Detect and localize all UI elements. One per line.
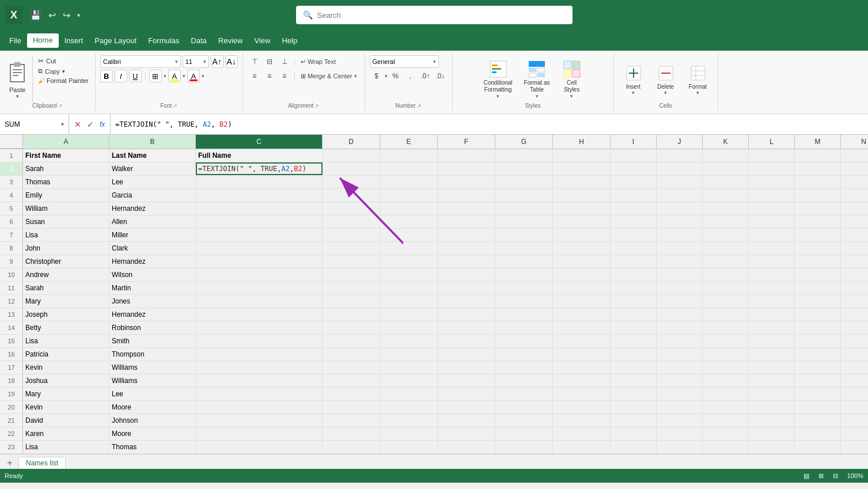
cell-I7[interactable] bbox=[611, 229, 657, 241]
number-expand[interactable]: ↗ bbox=[417, 103, 422, 109]
cell-M11[interactable] bbox=[795, 282, 841, 294]
cell-M4[interactable] bbox=[795, 189, 841, 202]
align-bottom-button[interactable]: ⊥ bbox=[278, 55, 291, 68]
cell-L15[interactable] bbox=[749, 335, 795, 347]
cell-N2[interactable] bbox=[841, 162, 868, 175]
cell-B4[interactable]: Garcia bbox=[109, 189, 196, 202]
cell-D17[interactable] bbox=[323, 361, 380, 374]
cell-C12[interactable] bbox=[196, 295, 323, 308]
cell-M7[interactable] bbox=[795, 229, 841, 241]
cell-E22[interactable] bbox=[380, 427, 438, 440]
cell-M23[interactable] bbox=[795, 441, 841, 453]
name-box-dropdown[interactable]: ▾ bbox=[61, 121, 64, 127]
cell-K10[interactable] bbox=[703, 268, 749, 281]
cell-M15[interactable] bbox=[795, 335, 841, 347]
cell-A22[interactable]: Karen bbox=[23, 427, 109, 440]
cell-K4[interactable] bbox=[703, 189, 749, 202]
cond-format-dropdown[interactable]: ▾ bbox=[496, 93, 499, 99]
col-header-B[interactable]: B bbox=[109, 135, 196, 149]
clipboard-expand[interactable]: ↗ bbox=[58, 103, 63, 109]
cell-E13[interactable] bbox=[380, 308, 438, 321]
cell-D6[interactable] bbox=[323, 215, 380, 228]
cell-M3[interactable] bbox=[795, 176, 841, 188]
add-sheet-button[interactable]: + bbox=[2, 457, 17, 469]
cell-L22[interactable] bbox=[749, 427, 795, 440]
cell-C5[interactable] bbox=[196, 202, 323, 215]
cell-L3[interactable] bbox=[749, 176, 795, 188]
cell-J5[interactable] bbox=[657, 202, 703, 215]
cell-F22[interactable] bbox=[438, 427, 495, 440]
cell-K14[interactable] bbox=[703, 321, 749, 334]
cell-C13[interactable] bbox=[196, 308, 323, 321]
col-header-E[interactable]: E bbox=[380, 135, 438, 149]
bold-button[interactable]: B bbox=[100, 70, 113, 82]
format-table-dropdown[interactable]: ▾ bbox=[536, 93, 539, 99]
cell-B15[interactable]: Smith bbox=[109, 335, 196, 347]
cell-A4[interactable]: Emily bbox=[23, 189, 109, 202]
cell-G20[interactable] bbox=[495, 401, 553, 414]
cell-H21[interactable] bbox=[553, 414, 611, 427]
cell-G22[interactable] bbox=[495, 427, 553, 440]
cell-B17[interactable]: Williams bbox=[109, 361, 196, 374]
cell-F2[interactable] bbox=[438, 162, 495, 175]
cell-F4[interactable] bbox=[438, 189, 495, 202]
cell-H6[interactable] bbox=[553, 215, 611, 228]
row-number[interactable]: 8 bbox=[0, 242, 23, 255]
cell-K11[interactable] bbox=[703, 282, 749, 294]
cell-F3[interactable] bbox=[438, 176, 495, 188]
menu-file[interactable]: File bbox=[3, 34, 27, 47]
cell-G9[interactable] bbox=[495, 255, 553, 268]
cell-D22[interactable] bbox=[323, 427, 380, 440]
col-header-I[interactable]: I bbox=[611, 135, 657, 149]
menu-page-layout[interactable]: Page Layout bbox=[89, 34, 142, 47]
cell-K16[interactable] bbox=[703, 348, 749, 361]
col-header-K[interactable]: K bbox=[703, 135, 749, 149]
cell-E15[interactable] bbox=[380, 335, 438, 347]
copy-dropdown-arrow[interactable]: ▾ bbox=[62, 69, 65, 74]
row-number[interactable]: 12 bbox=[0, 295, 23, 308]
col-header-L[interactable]: L bbox=[749, 135, 795, 149]
cell-L19[interactable] bbox=[749, 388, 795, 400]
cell-M2[interactable] bbox=[795, 162, 841, 175]
cell-N17[interactable] bbox=[841, 361, 868, 374]
cell-B2[interactable]: Walker bbox=[109, 162, 196, 175]
cell-F15[interactable] bbox=[438, 335, 495, 347]
row-number[interactable]: 18 bbox=[0, 374, 23, 387]
cell-L16[interactable] bbox=[749, 348, 795, 361]
cell-N1[interactable] bbox=[841, 149, 868, 162]
cell-K5[interactable] bbox=[703, 202, 749, 215]
row-number[interactable]: 23 bbox=[0, 441, 23, 453]
cell-C16[interactable] bbox=[196, 348, 323, 361]
cell-N8[interactable] bbox=[841, 242, 868, 255]
formula-cancel-button[interactable]: ✕ bbox=[73, 120, 83, 129]
row-number[interactable]: 6 bbox=[0, 215, 23, 228]
sheet-tab-names-list[interactable]: Names list bbox=[18, 457, 66, 469]
cell-L6[interactable] bbox=[749, 215, 795, 228]
cell-F12[interactable] bbox=[438, 295, 495, 308]
row-number[interactable]: 7 bbox=[0, 229, 23, 241]
row-number[interactable]: 14 bbox=[0, 321, 23, 334]
cell-I8[interactable] bbox=[611, 242, 657, 255]
cell-C19[interactable] bbox=[196, 388, 323, 400]
row-number[interactable]: 9 bbox=[0, 255, 23, 268]
cell-E9[interactable] bbox=[380, 255, 438, 268]
cell-M5[interactable] bbox=[795, 202, 841, 215]
cell-C17[interactable] bbox=[196, 361, 323, 374]
fill-color-button[interactable]: A bbox=[168, 70, 181, 82]
borders-button[interactable]: ⊞ bbox=[149, 70, 162, 82]
cell-L9[interactable] bbox=[749, 255, 795, 268]
cell-styles-button[interactable]: CellStyles ▾ bbox=[557, 56, 587, 101]
cell-D15[interactable] bbox=[323, 335, 380, 347]
cell-D19[interactable] bbox=[323, 388, 380, 400]
save-button[interactable]: 💾 bbox=[28, 9, 44, 22]
menu-help[interactable]: Help bbox=[276, 34, 303, 47]
cell-J11[interactable] bbox=[657, 282, 703, 294]
cell-K13[interactable] bbox=[703, 308, 749, 321]
font-size-dropdown[interactable]: 11 ▾ bbox=[183, 55, 209, 68]
cell-A23[interactable]: Lisa bbox=[23, 441, 109, 453]
insert-button[interactable]: Insert ▾ bbox=[619, 60, 649, 98]
cell-A13[interactable]: Joseph bbox=[23, 308, 109, 321]
cell-N12[interactable] bbox=[841, 295, 868, 308]
cell-M21[interactable] bbox=[795, 414, 841, 427]
increase-decimal-button[interactable]: .0↑ bbox=[419, 70, 433, 82]
